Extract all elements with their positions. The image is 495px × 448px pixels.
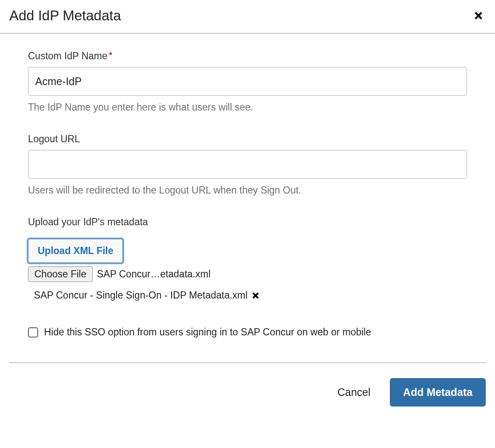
custom-idp-name-label: Custom IdP Name* [28,50,467,62]
file-picker-row: Choose File SAP Concur…etadata.xml [28,266,467,282]
remove-uploaded-file-button[interactable] [251,291,260,300]
hide-sso-option-row: Hide this SSO option from users signing … [28,326,467,338]
modal-header: Add IdP Metadata [0,0,495,33]
custom-idp-name-help: The IdP Name you enter here is what user… [28,102,467,113]
chosen-file-short-name: SAP Concur…etadata.xml [97,268,211,280]
choose-file-button[interactable]: Choose File [28,266,93,282]
add-idp-metadata-modal: Add IdP Metadata Custom IdP Name* The Id… [0,0,495,415]
hide-sso-label[interactable]: Hide this SSO option from users signing … [44,326,371,338]
close-icon [252,292,259,299]
close-icon [474,11,483,20]
required-asterisk-icon: * [109,51,112,59]
add-metadata-button[interactable]: Add Metadata [390,378,486,407]
logout-url-label: Logout URL [28,133,467,145]
close-button[interactable] [471,9,486,22]
modal-footer: Cancel Add Metadata [9,362,486,415]
uploaded-file-name: SAP Concur - Single Sign-On - IDP Metada… [34,290,248,301]
hide-sso-checkbox[interactable] [28,327,38,337]
logout-url-help: Users will be redirected to the Logout U… [28,185,467,196]
upload-section-label: Upload your IdP's metadata [28,216,467,228]
upload-xml-file-button[interactable]: Upload XML File [28,239,123,263]
logout-url-input[interactable] [28,150,467,179]
custom-idp-name-input[interactable] [28,67,467,96]
cancel-button[interactable]: Cancel [337,386,370,398]
custom-idp-name-label-text: Custom IdP Name [28,50,107,61]
uploaded-file-row: SAP Concur - Single Sign-On - IDP Metada… [28,290,467,301]
logout-url-group: Logout URL Users will be redirected to t… [28,133,467,196]
modal-title: Add IdP Metadata [9,8,121,24]
upload-metadata-group: Upload your IdP's metadata Upload XML Fi… [28,216,467,338]
modal-body: Custom IdP Name* The IdP Name you enter … [0,33,495,362]
custom-idp-name-group: Custom IdP Name* The IdP Name you enter … [28,50,467,113]
